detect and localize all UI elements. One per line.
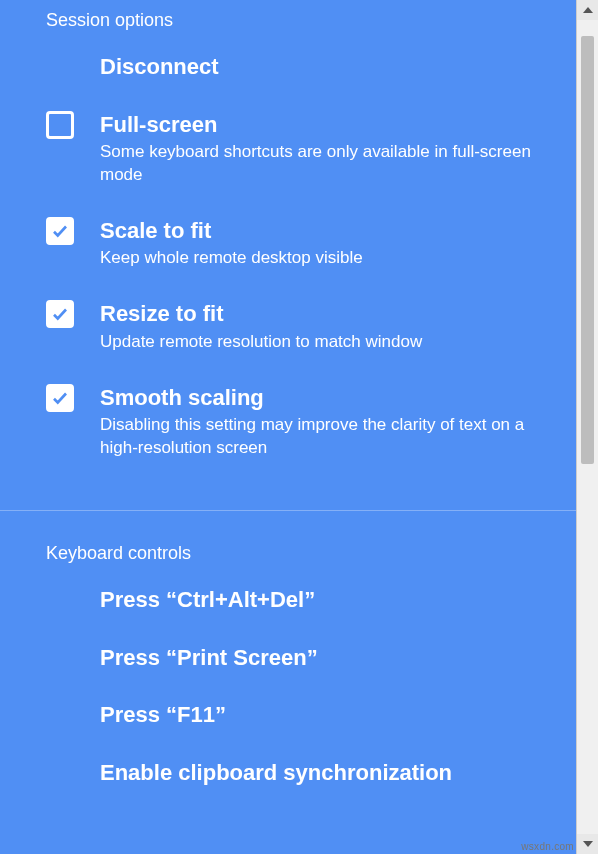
watermark-text: wsxdn.com <box>521 841 574 852</box>
checkmark-icon <box>51 305 69 323</box>
clipboard-label: Enable clipboard synchronization <box>100 759 556 787</box>
scale-to-fit-checkbox[interactable] <box>46 217 74 245</box>
scale-to-fit-item[interactable]: Scale to fit Keep whole remote desktop v… <box>0 217 576 300</box>
resize-to-fit-desc: Update remote resolution to match window <box>100 331 556 354</box>
ctrl-alt-del-item[interactable]: Press “Ctrl+Alt+Del” <box>0 586 576 644</box>
print-screen-label: Press “Print Screen” <box>100 644 556 672</box>
disconnect-label: Disconnect <box>100 53 556 81</box>
scale-to-fit-label: Scale to fit <box>100 217 556 245</box>
resize-to-fit-item[interactable]: Resize to fit Update remote resolution t… <box>0 300 576 383</box>
f11-item[interactable]: Press “F11” <box>0 701 576 759</box>
checkmark-icon <box>51 389 69 407</box>
scroll-up-button[interactable] <box>577 0 598 20</box>
full-screen-checkbox[interactable] <box>46 111 74 139</box>
print-screen-item[interactable]: Press “Print Screen” <box>0 644 576 702</box>
options-panel: Session options Disconnect Full-screen S… <box>0 0 576 854</box>
f11-label: Press “F11” <box>100 701 556 729</box>
smooth-scaling-checkbox[interactable] <box>46 384 74 412</box>
smooth-scaling-item[interactable]: Smooth scaling Disabling this setting ma… <box>0 384 576 490</box>
smooth-scaling-label: Smooth scaling <box>100 384 556 412</box>
smooth-scaling-desc: Disabling this setting may improve the c… <box>100 414 556 460</box>
clipboard-item[interactable]: Enable clipboard synchronization <box>0 759 576 817</box>
ctrl-alt-del-label: Press “Ctrl+Alt+Del” <box>100 586 556 614</box>
resize-to-fit-label: Resize to fit <box>100 300 556 328</box>
disconnect-item[interactable]: Disconnect <box>0 53 576 111</box>
full-screen-desc: Some keyboard shortcuts are only availab… <box>100 141 556 187</box>
scroll-down-button[interactable] <box>577 834 598 854</box>
scale-to-fit-desc: Keep whole remote desktop visible <box>100 247 556 270</box>
chevron-down-icon <box>583 841 593 847</box>
checkmark-icon <box>51 222 69 240</box>
keyboard-controls-title: Keyboard controls <box>0 511 576 586</box>
full-screen-label: Full-screen <box>100 111 556 139</box>
scroll-thumb[interactable] <box>581 36 594 464</box>
full-screen-item[interactable]: Full-screen Some keyboard shortcuts are … <box>0 111 576 217</box>
keyboard-controls-section: Keyboard controls Press “Ctrl+Alt+Del” P… <box>0 511 576 826</box>
session-options-title: Session options <box>0 0 576 53</box>
vertical-scrollbar[interactable] <box>576 0 598 854</box>
session-options-section: Session options Disconnect Full-screen S… <box>0 0 576 500</box>
resize-to-fit-checkbox[interactable] <box>46 300 74 328</box>
chevron-up-icon <box>583 7 593 13</box>
